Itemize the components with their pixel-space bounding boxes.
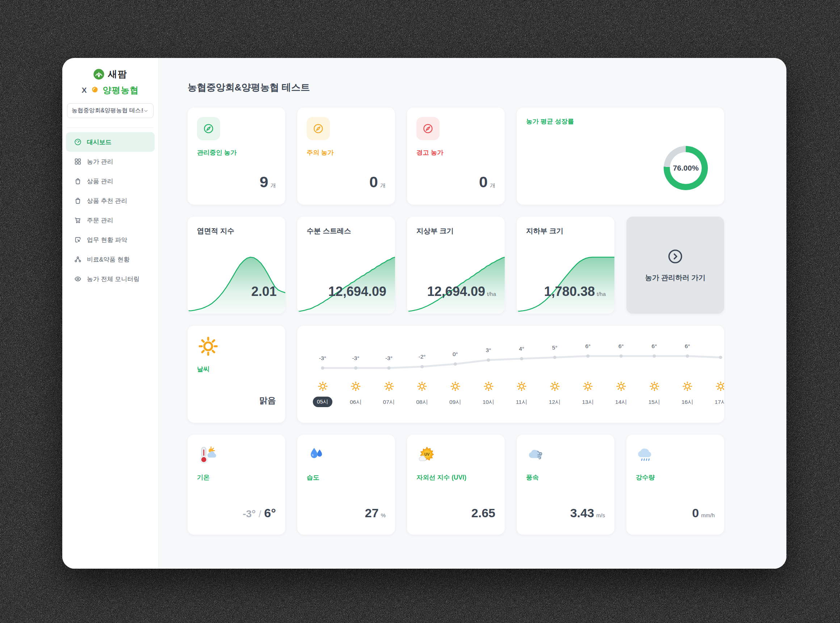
app-logo: 새팜 [62,68,158,80]
sun-icon [416,381,428,392]
action-label: 농가 관리하러 가기 [645,273,706,282]
metric-label: 습도 [307,473,386,482]
chart-card-belowground-size: 지하부 크기 1,780.38 t/ha [517,216,615,314]
chart-title: 지하부 크기 [526,226,605,236]
timeline-temp-label: 4° [509,345,534,352]
sidebar-item-label: 비료&약품 현황 [87,255,130,264]
chart-value: 12,694.09 t/ha [427,284,496,299]
stat-value: 0 개 [369,173,386,191]
stat-unit: 개 [490,182,495,189]
partner-logo: X 양평농협 [62,84,158,96]
weather-card: 날씨 맑음 [187,325,285,423]
growth-rate-card: 농가 평균 성장률 76.00% [517,107,724,205]
sun-icon [516,381,527,392]
saepam-logo-icon [93,69,105,80]
sidebar-item-label: 주문 관리 [87,216,113,224]
sidebar-item-label: 대시보드 [87,138,112,146]
sidebar-item-product-management[interactable]: 상품 관리 [62,171,158,191]
timeline-hour-label[interactable]: 11시 [509,399,535,406]
chart-title: 수분 스트레스 [307,226,386,236]
sun-icon [649,381,660,392]
svg-text:UV: UV [425,453,429,456]
sidebar-item-dashboard[interactable]: 대시보드 [66,132,155,152]
logo-connector: X [81,86,87,95]
wind-speed-card: 풍속 3.43 m/s [517,435,615,535]
metric-label: 강수량 [636,473,715,482]
sun-icon [383,381,395,392]
org-select-value: 농협중앙회&양평농협 테스트 [72,107,143,115]
timeline-hour-label[interactable]: 15시 [641,399,667,406]
dashboard-gauge-icon [74,138,82,146]
stat-unit: 개 [270,182,276,189]
sidebar-item-product-recommendation[interactable]: 상품 추천 관리 [62,191,158,210]
stat-label: 경고 농가 [416,148,495,157]
sidebar-divider [67,127,154,128]
sidebar-item-farm-management[interactable]: 농가 관리 [62,152,158,171]
stat-card-caution-farms: 주의 농가 0 개 [297,107,395,205]
stat-unit: 개 [380,182,386,189]
compass-icon [307,117,330,140]
product-bag-icon [74,177,82,185]
timeline-hour-label[interactable]: 17시 [708,399,724,406]
metric-label: 풍속 [526,473,605,482]
chart-unit: t/ha [597,291,606,297]
timeline-temp-label: -2° [409,353,435,360]
timeline-hour-label[interactable]: 13시 [575,399,601,406]
sun-icon [616,381,627,392]
timeline-temp-label: 3° [476,347,501,353]
humidity-card: 습도 27 % [297,435,395,535]
timeline-temp-label: 5° [542,344,567,351]
sidebar-item-task-status[interactable]: 업무 현황 파악 [62,230,158,250]
sun-icon [483,381,494,392]
weather-condition: 맑음 [259,395,276,406]
go-to-farm-management-card[interactable]: 농가 관리하러 가기 [626,216,724,314]
stat-label: 관리중인 농가 [197,148,276,157]
timeline-hour-label[interactable]: 10시 [475,399,501,406]
weather-timeline-card: -3° 05시-3° 06시-3° 07시-2° 08시0° [297,325,724,423]
metric-number: 0 [692,506,699,520]
sun-icon [582,381,593,392]
timeline-temp-label: 0° [443,351,468,358]
timeline-hour-label[interactable]: 08시 [409,399,435,406]
metric-value: 27 % [365,506,386,520]
precipitation-card: 강수량 0 mm/h [626,435,724,535]
sun-icon [549,381,561,392]
product-recommend-bag-icon [74,197,82,205]
task-status-icon [74,236,82,244]
sidebar-item-label: 상품 관리 [87,177,113,186]
temp-separator: / [259,508,261,520]
timeline-hour-label[interactable]: 09시 [442,399,468,406]
timeline-hour-label[interactable]: 05시 [310,397,336,407]
timeline-hour-label[interactable]: 06시 [343,399,369,406]
timeline-temp-label: 6° [575,343,601,350]
app-window: 새팜 X 양평농협 농협중앙회&양평농협 테스트 [62,58,786,569]
sun-icon [317,381,328,392]
timeline-hour-label[interactable]: 12시 [542,399,568,406]
sidebar-item-fertilizer-medicine[interactable]: 비료&약품 현황 [62,250,158,269]
metric-value: -3° / 6° [242,506,276,520]
growth-label: 농가 평균 성장률 [526,117,715,126]
org-select[interactable]: 농협중앙회&양평농협 테스트 [67,103,153,118]
sidebar-item-farm-monitoring[interactable]: 농가 전체 모니터링 [62,269,158,288]
stat-number: 0 [369,173,378,191]
timeline-hour-label[interactable]: 16시 [674,399,701,406]
metric-number: 27 [365,506,379,520]
sidebar-item-order-management[interactable]: 주문 관리 [62,210,158,230]
growth-percent: 76.00% [664,146,708,190]
wind-cloud-icon [526,445,545,464]
chevron-down-icon [143,108,149,114]
water-drops-icon [307,445,325,464]
uv-sun-icon: UV [416,445,436,464]
chart-value: 1,780.38 t/ha [544,284,606,299]
sidebar-item-label: 업무 현황 파악 [87,236,127,244]
page-title: 농협중앙회&양평농협 테스트 [187,81,786,94]
order-cart-icon [74,216,82,224]
timeline-hour-label[interactable]: 14시 [608,399,634,406]
chart-title: 엽면적 지수 [197,226,276,236]
timeline-hour-label[interactable]: 07시 [376,399,402,406]
farm-grid-icon [74,158,82,166]
sidebar-item-label: 농가 관리 [87,158,113,166]
stat-card-warning-farms: 경고 농가 0 개 [407,107,505,205]
sidebar-item-label: 농가 전체 모니터링 [87,275,139,283]
compass-icon [416,117,440,140]
